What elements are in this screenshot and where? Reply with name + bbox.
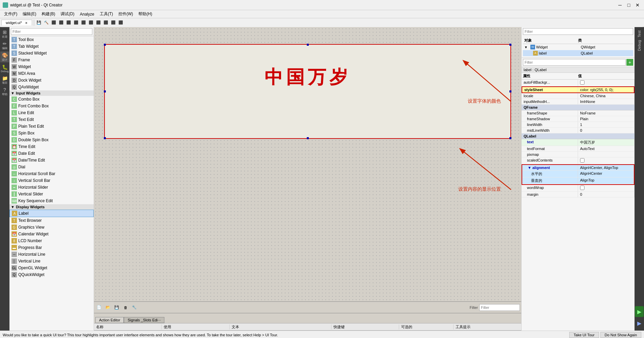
object-tree-row-widget[interactable]: ▼ W Widget QWidget <box>523 44 633 50</box>
action-new-btn[interactable]: 📄 <box>95 304 103 311</box>
handle-mr[interactable] <box>509 90 511 92</box>
category-display-widgets[interactable]: ▼ Display Widgets <box>9 204 94 210</box>
toolbar-align-btn9[interactable]: ⬛ <box>110 19 117 26</box>
menu-file[interactable]: 文件(F) <box>1 10 20 18</box>
handle-tm[interactable] <box>307 44 309 46</box>
props-row-pixmap[interactable]: pixmap <box>522 152 635 157</box>
sidebar-welcome[interactable]: ⊞ 欢迎 <box>0 28 9 39</box>
minimize-button[interactable]: ─ <box>616 1 624 9</box>
list-item[interactable]: Q QQuickWidget <box>9 271 94 278</box>
list-item[interactable]: M MDI Area <box>9 70 94 77</box>
list-item[interactable]: W Widget <box>9 63 94 70</box>
object-tree-row-label[interactable]: A label QLabel <box>523 50 633 56</box>
toolbar-align-btn7[interactable]: ⬛ <box>95 19 102 26</box>
handle-tl[interactable] <box>104 44 106 46</box>
toolbar-align-btn4[interactable]: ⬛ <box>72 19 80 26</box>
props-row-margin[interactable]: margin 0 <box>522 192 635 197</box>
take-tour-button[interactable]: Take UI Tour <box>569 332 599 338</box>
list-item[interactable]: G Graphics View <box>9 224 94 231</box>
list-item[interactable]: ─ Horizontal Line <box>9 251 94 258</box>
menu-analyze[interactable]: Analyze <box>77 11 97 17</box>
props-row-textformat[interactable]: textFormat AutoText <box>522 146 635 152</box>
scaledcontents-checkbox[interactable] <box>580 158 584 163</box>
extra-debug-btn[interactable]: Debug <box>635 40 644 51</box>
tab-signals-slots[interactable]: Signals _Slots Edi··· <box>124 317 164 323</box>
list-item[interactable]: D Double Spin Box <box>9 136 94 143</box>
props-row-alignment[interactable]: ▼ alignment AlignHCenter, AlignTop <box>522 165 634 171</box>
action-open-btn[interactable]: 📂 <box>104 304 112 311</box>
list-item[interactable]: │ Vertical Line <box>9 258 94 265</box>
handle-ml[interactable] <box>104 90 106 92</box>
handle-bm[interactable] <box>307 137 309 139</box>
sidebar-design[interactable]: 🎨 设计 <box>0 51 9 62</box>
props-filter-input[interactable] <box>523 59 626 66</box>
list-item[interactable]: S Spin Box <box>9 130 94 136</box>
sidebar-edit[interactable]: ✏ 编辑 <box>0 40 9 51</box>
menu-help[interactable]: 帮助(H) <box>136 10 155 18</box>
props-row-text[interactable]: text 中国万岁 <box>522 139 635 146</box>
do-not-show-button[interactable]: Do Not Show Again <box>600 332 641 338</box>
list-item[interactable]: ┃ Vertical Slider <box>9 191 94 197</box>
maximize-button[interactable]: □ <box>625 1 632 9</box>
list-item[interactable]: ▬ Progress Bar <box>9 244 94 251</box>
props-row-linewidth[interactable]: lineWidth 1 <box>522 122 635 128</box>
props-row-frameshadow[interactable]: frameShadow Plain <box>522 116 635 122</box>
toolbar-save-btn[interactable]: 💾 <box>35 19 43 26</box>
handle-br[interactable] <box>509 137 511 139</box>
list-item[interactable]: ⌨ Key Sequence Edit <box>9 197 94 204</box>
sidebar-project[interactable]: 📁 项目 <box>0 75 9 85</box>
design-canvas[interactable]: 中国万岁 设置字体的颜色 <box>94 27 521 313</box>
list-item[interactable]: C Combo Box <box>9 96 94 103</box>
list-item[interactable]: T Text Edit <box>9 116 94 123</box>
sidebar-debug[interactable]: 🐛 Debug <box>0 63 9 74</box>
tab-close-button[interactable]: ✕ <box>25 21 28 25</box>
list-item[interactable]: 📅 Calendar Widget <box>9 231 94 237</box>
list-item[interactable]: GL OpenGL Widget <box>9 265 94 271</box>
list-item[interactable]: ↕ Vertical Scroll Bar <box>9 177 94 184</box>
list-item[interactable]: 8 LCD Number <box>9 237 94 244</box>
sidebar-help[interactable]: ? 帮助 <box>0 86 9 97</box>
handle-bl[interactable] <box>104 137 106 139</box>
toolbar-align-btn2[interactable]: ⬛ <box>58 19 65 26</box>
list-item-label[interactable]: A Label <box>9 210 94 217</box>
props-row-midlinewidth[interactable]: midLineWidth 0 <box>522 128 635 133</box>
action-delete-btn[interactable]: 🗑 <box>122 304 129 311</box>
category-input-widgets[interactable]: ▼ Input Widgets <box>9 90 94 96</box>
list-item[interactable]: F Font Combo Box <box>9 103 94 109</box>
menu-controls[interactable]: 控件(W) <box>116 10 136 18</box>
toolbar-align-left-btn[interactable]: ⬛ <box>50 19 58 26</box>
list-item[interactable]: S Stacked Widget <box>9 50 94 57</box>
list-item[interactable]: ━ Horizontal Slider <box>9 184 94 191</box>
close-button[interactable]: ✕ <box>634 1 641 9</box>
debug-run-button[interactable]: ▶ <box>635 318 644 329</box>
menu-edit[interactable]: 编辑(E) <box>20 10 39 18</box>
list-item[interactable]: T Tab Widget <box>9 43 94 50</box>
list-item[interactable]: T Text Browser <box>9 217 94 224</box>
handle-tr[interactable] <box>509 44 511 46</box>
toolbar-align-btn5[interactable]: ⬛ <box>80 19 87 26</box>
extra-test-btn[interactable]: Test <box>635 28 644 39</box>
props-row-autofill[interactable]: autoFillBackgr... <box>522 80 635 86</box>
props-add-button[interactable]: + <box>626 59 633 66</box>
list-item[interactable]: T Tool Box <box>9 36 94 43</box>
canvas-label-widget[interactable]: 中国万岁 <box>104 44 511 139</box>
list-item[interactable]: Q QAxWidget <box>9 84 94 90</box>
list-item[interactable]: D Dock Widget <box>9 77 94 84</box>
action-tool-btn[interactable]: 🔧 <box>131 304 138 311</box>
toolbar-align-btn10[interactable]: ⬛ <box>117 19 124 26</box>
wordwrap-checkbox[interactable] <box>580 186 584 190</box>
list-item[interactable]: 📅 Date Edit <box>9 150 94 157</box>
list-item[interactable]: F Frame <box>9 57 94 63</box>
props-row-scaledcontents[interactable]: scaledContents <box>522 157 635 164</box>
toolbar-build-btn[interactable]: 🔨 <box>43 19 50 26</box>
props-row-inputmethod[interactable]: inputMethodH... ImhNone <box>522 99 635 105</box>
toolbar-align-btn8[interactable]: ⬛ <box>102 19 110 26</box>
action-filter-input[interactable] <box>479 304 520 311</box>
title-bar-controls[interactable]: ─ □ ✕ <box>616 1 641 9</box>
widget-filter-input[interactable] <box>11 28 92 35</box>
props-row-stylesheet[interactable]: styleSheet color: rgb(255, 0, 0); <box>522 86 635 93</box>
list-item[interactable]: ◎ Dial <box>9 164 94 170</box>
list-item[interactable]: L Line Edit <box>9 109 94 116</box>
props-row-frameshape[interactable]: frameShape NoFrame <box>522 110 635 116</box>
list-item[interactable]: ⏰ Time Edit <box>9 143 94 150</box>
